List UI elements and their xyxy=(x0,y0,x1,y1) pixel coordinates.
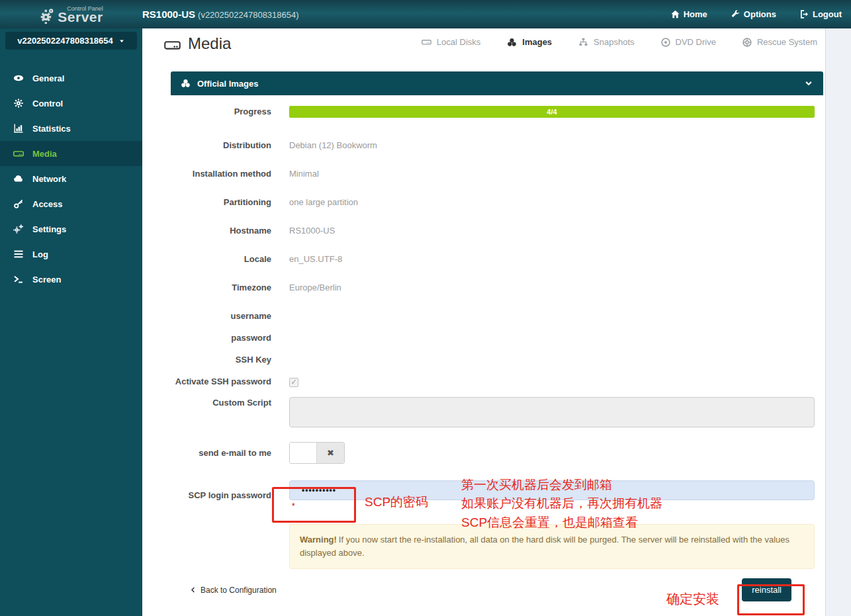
bar-chart-icon xyxy=(13,124,24,133)
header-nav: Home Options Logout xyxy=(671,9,842,19)
server-title: RS1000-US(v2202502247808318654) xyxy=(142,9,299,20)
field-label: Timezone xyxy=(171,282,271,293)
options-link[interactable]: Options xyxy=(731,9,776,19)
sidebar-item-label: Screen xyxy=(32,275,61,285)
field-value: en_US.UTF-8 xyxy=(289,253,815,265)
sidebar-item-label: Access xyxy=(32,199,63,209)
sidebar-item-general[interactable]: General xyxy=(0,66,142,91)
field-row-username: username xyxy=(171,310,823,322)
panel-header[interactable]: Official Images xyxy=(171,71,823,95)
tab-images[interactable]: Images xyxy=(507,37,552,47)
field-row-password: password xyxy=(171,332,823,343)
field-label: Hostname xyxy=(171,225,271,236)
sidebar: v2202502247808318654 General Contro xyxy=(0,28,142,616)
media-tabs: Local Disks Images Snapshots DVD Drive xyxy=(422,37,817,47)
progress-value: 4/4 xyxy=(289,106,815,118)
field-value: one large partition xyxy=(289,197,815,208)
sidebar-item-label: General xyxy=(32,73,64,83)
field-value: Europe/Berlin xyxy=(289,282,815,293)
warning-text: If you now start the re-installation, al… xyxy=(300,535,789,558)
field-label: Installation method xyxy=(171,168,271,179)
sidebar-menu: General Control Statistics xyxy=(0,66,142,292)
scp-password-label: SCP login password xyxy=(171,490,271,501)
annotation-box-scp-password xyxy=(272,487,356,523)
field-value: Minimal xyxy=(289,168,815,179)
field-row-timezone: Timezone Europe/Berlin xyxy=(171,282,823,293)
panel-footer: Back to Configuration reinstall xyxy=(171,578,823,601)
field-value: RS1000-US xyxy=(289,225,815,236)
sidebar-item-media[interactable]: Media xyxy=(0,141,142,166)
home-link[interactable]: Home xyxy=(671,9,707,19)
activate-ssh-row: Activate SSH password xyxy=(171,376,823,387)
tab-label: Images xyxy=(522,37,552,47)
field-label: SSH Key xyxy=(171,354,271,365)
sidebar-item-label: Network xyxy=(32,174,66,184)
sidebar-item-statistics[interactable]: Statistics xyxy=(0,116,142,141)
custom-script-row: Custom Script xyxy=(171,397,823,430)
custom-script-label: Custom Script xyxy=(171,397,271,408)
tab-snapshots[interactable]: Snapshots xyxy=(578,37,634,47)
annotation-text-line1: 第一次买机器后会发到邮箱 xyxy=(461,476,612,494)
tab-label: Snapshots xyxy=(594,37,634,47)
server-selector-dropdown[interactable]: v2202502247808318654 xyxy=(5,32,137,50)
brand-tagline: Control Panel xyxy=(67,5,103,12)
home-label: Home xyxy=(684,9,707,19)
field-row-hostname: Hostname RS1000-US xyxy=(171,225,823,236)
sidebar-item-log[interactable]: Log xyxy=(0,242,142,267)
chevron-left-icon xyxy=(191,586,196,594)
field-label: Partitioning xyxy=(171,197,271,208)
sidebar-item-label: Settings xyxy=(32,224,66,234)
sidebar-item-label: Log xyxy=(32,249,48,259)
sidebar-item-access[interactable]: Access xyxy=(0,191,142,216)
images-icon xyxy=(507,38,517,47)
field-row-ssh-key: SSH Key xyxy=(171,354,823,365)
disc-icon xyxy=(661,38,670,47)
tab-rescue-system[interactable]: Rescue System xyxy=(742,37,817,47)
tab-label: DVD Drive xyxy=(676,37,716,47)
logout-icon xyxy=(800,10,809,19)
progress-bar: 4/4 xyxy=(289,106,815,118)
sidebar-item-control[interactable]: Control xyxy=(0,91,142,116)
annotation-text-scp-note: SCP的密码 xyxy=(365,494,428,511)
chevron-down-icon[interactable] xyxy=(804,79,813,87)
send-email-toggle[interactable]: ✖ xyxy=(289,442,345,464)
field-label: password xyxy=(171,332,271,343)
activate-ssh-checkbox[interactable] xyxy=(289,378,298,387)
tab-dvd-drive[interactable]: DVD Drive xyxy=(661,37,716,47)
brand-logo: Control Panel Server xyxy=(0,5,142,24)
eye-icon xyxy=(13,73,24,83)
top-header-bar: Control Panel Server RS1000-US(v22025022… xyxy=(0,0,851,28)
sidebar-item-settings[interactable]: Settings xyxy=(0,216,142,242)
back-to-configuration-link[interactable]: Back to Configuration xyxy=(191,586,277,595)
toggle-knob xyxy=(290,443,317,463)
send-email-label: send e-mail to me xyxy=(171,447,271,459)
server-selector-label: v2202502247808318654 xyxy=(17,36,113,46)
gear-logo-icon xyxy=(39,8,55,24)
sidebar-item-label: Statistics xyxy=(32,124,71,134)
sidebar-item-network[interactable]: Network xyxy=(0,166,142,191)
field-row-distribution: Distribution Debian (12) Bookworm xyxy=(171,140,823,151)
tab-local-disks[interactable]: Local Disks xyxy=(422,37,480,47)
logout-label: Logout xyxy=(813,9,842,19)
options-label: Options xyxy=(744,9,776,19)
page-title-text: Media xyxy=(188,34,231,53)
hdd-icon xyxy=(164,38,181,52)
annotation-text-confirm-install: 确定安装 xyxy=(666,590,719,608)
server-version: (v2202502247808318654) xyxy=(198,10,299,20)
field-row-locale: Locale en_US.UTF-8 xyxy=(171,253,823,265)
life-ring-icon xyxy=(742,38,752,47)
warning-title: Warning! xyxy=(300,535,337,545)
annotation-box-reinstall-button xyxy=(737,584,805,615)
tab-label: Local Disks xyxy=(437,37,480,47)
field-label: username xyxy=(171,310,271,322)
server-name: RS1000-US xyxy=(142,9,195,20)
list-icon xyxy=(13,249,24,259)
wrench-icon xyxy=(731,10,740,19)
hdd-icon xyxy=(13,149,24,158)
logout-link[interactable]: Logout xyxy=(800,9,842,19)
progress-label: Progress xyxy=(171,106,271,117)
page-title: Media xyxy=(164,34,231,53)
sidebar-item-screen[interactable]: Screen xyxy=(0,267,142,292)
field-label: Locale xyxy=(171,253,271,265)
custom-script-input[interactable] xyxy=(289,397,815,427)
